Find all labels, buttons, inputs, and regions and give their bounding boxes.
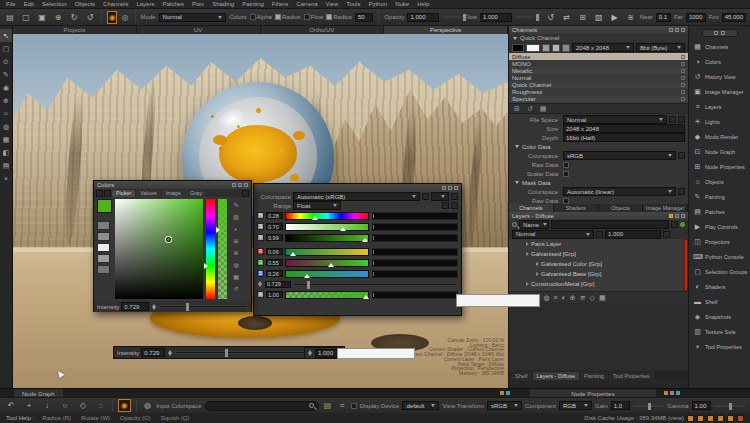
color-managed-icon[interactable]: ▤ xyxy=(322,400,334,411)
jitter-checkbox[interactable] xyxy=(250,14,256,20)
tool-button[interactable]: ◧ xyxy=(0,146,12,159)
menu-item[interactable]: Python xyxy=(368,1,387,7)
palette-item[interactable]: ▢ Selection Groups xyxy=(689,264,750,279)
channel-row[interactable]: Normal xyxy=(509,74,688,81)
mask-raw-checkbox[interactable] xyxy=(563,198,569,204)
colors-panel[interactable]: Colors PickerValuesImageGray xyxy=(93,180,252,312)
slider-marker[interactable] xyxy=(304,274,310,278)
cp-intensity-knob[interactable] xyxy=(186,303,189,311)
slider-hdr-extension[interactable] xyxy=(371,259,458,267)
slider-marker[interactable] xyxy=(340,227,346,231)
slider-track[interactable] xyxy=(285,223,369,231)
palette-item[interactable]: ◈ Snapshots xyxy=(689,309,750,324)
slider-marker[interactable] xyxy=(328,263,334,267)
eraser-button[interactable]: ◎ xyxy=(120,12,129,23)
channel-lock-icon[interactable] xyxy=(681,97,685,101)
slider-value-field[interactable]: 0.26 xyxy=(266,270,283,277)
slider-hdr-extension[interactable] xyxy=(371,248,458,256)
options-button[interactable] xyxy=(678,116,685,123)
layer-thumbnail[interactable] xyxy=(673,271,680,277)
palette-item[interactable]: ⌖ Tool Properties xyxy=(689,339,750,354)
layer-row[interactable]: Galvanised Color [Grp] xyxy=(509,259,688,269)
cp-intensity-stepper[interactable] xyxy=(151,303,157,311)
vp-extra-select[interactable] xyxy=(431,192,449,201)
add-swatch-icon[interactable]: ⊕ xyxy=(233,247,238,259)
tool-button[interactable]: ▦ xyxy=(0,133,12,146)
layer-expand-icon[interactable] xyxy=(526,282,529,286)
paint-buffer-icon[interactable]: ⊞ xyxy=(577,12,589,23)
tool-button[interactable]: ▤ xyxy=(0,159,12,172)
dock-tab[interactable]: Image Manager xyxy=(643,204,688,212)
menu-item[interactable]: Tools xyxy=(346,1,360,7)
menu-item[interactable]: Ptex xyxy=(192,1,204,7)
opacity-slider-knob[interactable] xyxy=(463,14,466,21)
mask-colorspace-select[interactable]: Automatic (linear) xyxy=(563,187,676,196)
history-swatch[interactable] xyxy=(97,221,110,230)
gray-swatch[interactable] xyxy=(562,44,570,52)
undo-stroke-icon[interactable]: ↶ xyxy=(5,400,17,411)
near-field[interactable]: 0.1 xyxy=(656,13,671,22)
menu-item[interactable]: View xyxy=(326,1,339,7)
view-transform-select[interactable]: sRGB xyxy=(487,401,522,410)
channels-panel-header[interactable]: Channels xyxy=(509,26,688,34)
window-button[interactable] xyxy=(442,186,446,190)
history-swatch[interactable] xyxy=(97,232,110,241)
section-expand-icon[interactable] xyxy=(515,181,519,184)
quick-channel-row[interactable]: Quick Channel xyxy=(509,34,688,42)
channel-lock-icon[interactable] xyxy=(681,69,685,73)
sv-marker[interactable] xyxy=(166,237,171,242)
tool-button[interactable]: ▢ xyxy=(0,42,12,55)
menu-item[interactable]: Nuke xyxy=(395,1,409,7)
pick-color-icon[interactable]: ✎ xyxy=(233,199,238,211)
palette-icon[interactable]: ▦ xyxy=(233,271,239,283)
slider-marker[interactable] xyxy=(363,295,369,299)
reset-color-icon[interactable]: ↺ xyxy=(233,283,238,295)
palette-item[interactable]: ▦ Channels xyxy=(689,39,750,54)
channel-lock-icon[interactable] xyxy=(681,76,685,80)
slider-track[interactable] xyxy=(285,248,369,256)
intensity-stepper[interactable] xyxy=(257,280,263,288)
add-mask-icon[interactable]: ◍ xyxy=(543,294,549,302)
grid-icon[interactable]: ⊞ xyxy=(233,235,238,247)
palette-item[interactable]: ◐ Shaders xyxy=(689,279,750,294)
channel-layout-icon[interactable]: ▦ xyxy=(540,105,547,113)
menu-item[interactable]: Selection xyxy=(42,1,67,7)
fov-field[interactable]: 45.000 xyxy=(722,13,746,22)
flow-slider[interactable] xyxy=(515,16,534,18)
dock-bottom-tab[interactable]: Layers - Diffuse xyxy=(533,372,579,380)
menu-item[interactable]: Objects xyxy=(75,1,95,7)
dock-bottom-tab[interactable]: Shelf xyxy=(511,372,532,380)
menu-item[interactable]: Patches xyxy=(162,1,184,7)
pin-button[interactable] xyxy=(242,190,249,197)
reset-button[interactable] xyxy=(669,116,676,123)
blend-mode-select[interactable]: Normal xyxy=(512,230,594,239)
window-button[interactable] xyxy=(244,183,248,187)
options-button[interactable] xyxy=(451,202,458,209)
tool-button[interactable]: ⊙ xyxy=(0,55,12,68)
slider-hdr-extension[interactable] xyxy=(371,270,458,278)
panel-intensity-field[interactable]: 0.729 xyxy=(265,281,291,288)
file-space-select[interactable]: Normal xyxy=(563,115,667,124)
layer-thumbnail[interactable] xyxy=(673,261,680,267)
shade-icon[interactable]: ◐ xyxy=(234,223,238,235)
window-button[interactable] xyxy=(675,28,679,32)
far-field[interactable]: 1000 xyxy=(686,13,706,22)
menu-item[interactable]: Filters xyxy=(272,1,288,7)
history-swatch[interactable] xyxy=(97,254,110,263)
reset-button[interactable] xyxy=(422,193,429,200)
channel-lock-icon[interactable] xyxy=(681,62,685,66)
layer-row[interactable]: Paint Layer xyxy=(509,239,688,249)
palette-item[interactable]: ◆ Modo Render xyxy=(689,129,750,144)
merge-layers-icon[interactable]: ◐ xyxy=(562,294,566,301)
reset-button[interactable] xyxy=(678,152,685,159)
channel-row[interactable]: Specular xyxy=(509,95,688,102)
slider-track[interactable] xyxy=(285,259,369,267)
vp-colorspace-select[interactable]: Automatic (sRGB) xyxy=(293,192,420,201)
window-button[interactable] xyxy=(448,186,452,190)
opacity-slider[interactable] xyxy=(442,16,461,18)
palette-item[interactable]: ▤ Patches xyxy=(689,204,750,219)
hue-strip[interactable] xyxy=(206,199,215,299)
tool-button[interactable]: ≈ xyxy=(0,107,12,120)
dock-bottom-tab[interactable]: Painting xyxy=(580,372,608,380)
palette-item[interactable]: ⊞ Node Properties xyxy=(689,159,750,174)
